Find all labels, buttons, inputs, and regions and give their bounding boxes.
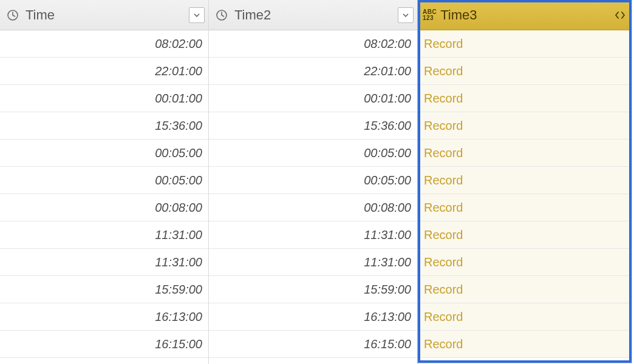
clock-icon [5, 7, 21, 23]
cell-time[interactable]: 16:15:00 [0, 331, 208, 358]
cell-time[interactable]: 15:59:00 [0, 276, 208, 303]
column-cells: 08:02:00 22:01:00 00:01:00 15:36:00 00:0… [0, 30, 208, 358]
column-cells: Record Record Record Record Record Recor… [418, 30, 632, 358]
column-label: Time2 [234, 7, 398, 23]
cell-time[interactable]: 00:05:00 [209, 167, 417, 194]
cell-time[interactable]: 08:02:00 [209, 30, 417, 58]
column-filter-dropdown[interactable] [398, 7, 414, 23]
column-label: Time3 [440, 7, 612, 23]
column-cells: 08:02:00 22:01:00 00:01:00 15:36:00 00:0… [209, 30, 417, 358]
cell-record[interactable]: Record [418, 30, 632, 58]
cell-time[interactable]: 16:15:00 [209, 331, 417, 358]
cell-time[interactable]: 15:36:00 [0, 112, 208, 140]
cell-time[interactable]: 00:05:00 [0, 167, 208, 194]
cell-record[interactable]: Record [418, 303, 632, 331]
cell-time[interactable]: 15:59:00 [209, 276, 417, 303]
cell-record[interactable]: Record [418, 249, 632, 276]
column-time2: Time2 08:02:00 22:01:00 00:01:00 15:36:0… [209, 0, 418, 364]
clock-icon [214, 7, 230, 23]
data-preview-grid: Time 08:02:00 22:01:00 00:01:00 15:36:00… [0, 0, 634, 364]
cell-time[interactable]: 22:01:00 [0, 58, 208, 85]
cell-time[interactable]: 22:01:00 [209, 58, 417, 85]
any-type-icon: ABC 123 [423, 9, 437, 21]
cell-time[interactable]: 11:31:00 [209, 221, 417, 249]
cell-time[interactable]: 00:08:00 [0, 194, 208, 221]
cell-record[interactable]: Record [418, 140, 632, 167]
cell-time[interactable]: 16:13:00 [0, 303, 208, 331]
cell-record[interactable]: Record [418, 194, 632, 221]
cell-record[interactable]: Record [418, 58, 632, 85]
column-time: Time 08:02:00 22:01:00 00:01:00 15:36:00… [0, 0, 209, 364]
column-header-time3[interactable]: ABC 123 Time3 [418, 0, 632, 30]
cell-time[interactable]: 00:05:00 [209, 140, 417, 167]
cell-record[interactable]: Record [418, 221, 632, 249]
cell-time[interactable]: 00:05:00 [0, 140, 208, 167]
column-header-time2[interactable]: Time2 [209, 0, 417, 30]
cell-time[interactable]: 00:01:00 [209, 85, 417, 112]
cell-time[interactable]: 11:31:00 [209, 249, 417, 276]
column-label: Time [26, 7, 189, 23]
cell-time[interactable]: 11:31:00 [0, 249, 208, 276]
type-badge-line2: 123 [423, 15, 437, 21]
cell-record[interactable]: Record [418, 331, 632, 358]
cell-time[interactable]: 00:01:00 [0, 85, 208, 112]
cell-time[interactable]: 15:36:00 [209, 112, 417, 140]
cell-time[interactable]: 08:02:00 [0, 30, 208, 58]
cell-record[interactable]: Record [418, 85, 632, 112]
column-time3: ABC 123 Time3 Record Record Record Recor… [418, 0, 632, 364]
cell-record[interactable]: Record [418, 112, 632, 140]
column-header-time[interactable]: Time [0, 0, 208, 30]
cell-record[interactable]: Record [418, 167, 632, 194]
expand-column-icon[interactable] [612, 7, 628, 23]
cell-record[interactable]: Record [418, 276, 632, 303]
type-badge-line1: ABC [423, 9, 437, 15]
cell-time[interactable]: 11:31:00 [0, 221, 208, 249]
cell-time[interactable]: 16:13:00 [209, 303, 417, 331]
cell-time[interactable]: 00:08:00 [209, 194, 417, 221]
column-filter-dropdown[interactable] [189, 7, 205, 23]
